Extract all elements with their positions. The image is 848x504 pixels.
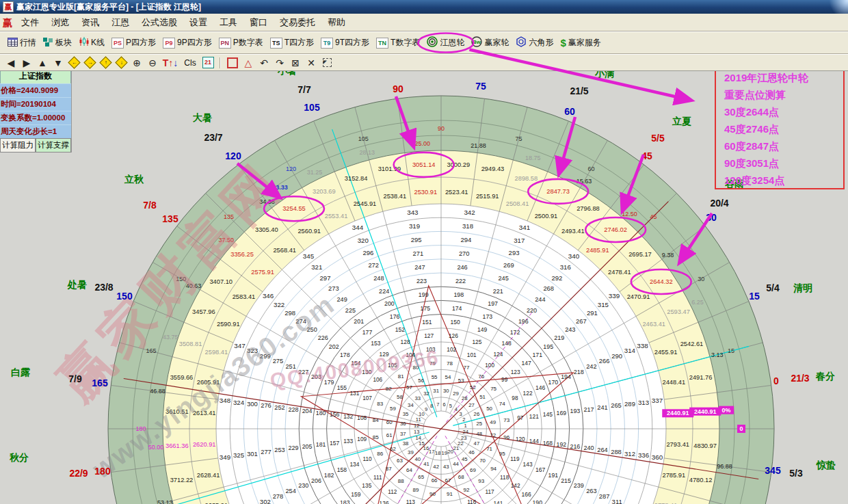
- toolbar-item-hexagon[interactable]: 六角形: [512, 35, 557, 51]
- menu-item-设置[interactable]: 设置: [183, 16, 213, 29]
- toolbar-main: 行情板块K线PSP四方形P99P四方形PNP数字表TST四方形T99T四方形TN…: [0, 31, 848, 54]
- spiral-number: 289: [624, 400, 635, 408]
- spiral-number: 23: [461, 435, 466, 441]
- 9p-square-badge-icon: P9: [163, 38, 175, 49]
- tool-step-right[interactable]: →: [83, 57, 96, 69]
- toolbar-item-quotes[interactable]: 行情: [4, 36, 40, 50]
- tool-select-tool[interactable]: ◤: [320, 57, 334, 69]
- price-ring-value: 3051.14: [412, 161, 436, 168]
- degree-ring-value: 150: [176, 276, 186, 282]
- calc-resistance-button[interactable]: 计算阻力: [0, 138, 36, 152]
- tool-triangle-tool[interactable]: △: [241, 57, 255, 69]
- toolbar-item-winner-service[interactable]: $赢家服务: [557, 36, 604, 50]
- toolbar-item-gann-wheel[interactable]: 江恩轮: [423, 35, 468, 51]
- spiral-number: 299: [260, 352, 271, 360]
- spiral-number: 70: [479, 457, 486, 464]
- tool-nav-right[interactable]: ▶: [20, 57, 34, 69]
- tool-step-down[interactable]: ↓: [114, 57, 128, 69]
- spiral-number: 314: [624, 347, 636, 354]
- tool-nav-left[interactable]: ◀: [4, 57, 18, 69]
- menu-item-文件[interactable]: 文件: [15, 16, 45, 29]
- spiral-number: 2: [462, 416, 465, 423]
- spiral-number: 265: [611, 402, 622, 409]
- spiral-number: 201: [354, 318, 364, 325]
- menu-item-公式选股[interactable]: 公式选股: [135, 16, 183, 29]
- price-ring-value: 2530.91: [414, 189, 438, 196]
- tool-cls-tool[interactable]: Cls: [181, 57, 199, 69]
- spiral-number: 360: [652, 453, 663, 461]
- spiral-number: 136: [380, 500, 389, 504]
- percent-ring-value: 96.88: [717, 463, 732, 470]
- tool-square-tool[interactable]: [226, 57, 239, 69]
- spiral-number: 190: [532, 499, 542, 504]
- box-x-tool-icon: ⊠: [291, 57, 300, 68]
- menu-item-资讯[interactable]: 资讯: [75, 16, 105, 29]
- spiral-number: 180: [316, 410, 326, 416]
- toolbar-item-9t-square[interactable]: T99T四方形: [317, 36, 373, 50]
- toolbar-item-label: T四方形: [284, 37, 314, 49]
- menu-bar: 赢 文件浏览资讯江恩公式选股设置工具窗口交易委托帮助: [0, 14, 848, 31]
- menu-item-江恩[interactable]: 江恩: [105, 16, 135, 29]
- spiral-number: 278: [273, 493, 284, 500]
- degree-ring-value: 90: [438, 125, 445, 132]
- spiral-number: 158: [337, 466, 347, 473]
- toolbar-item-t-square[interactable]: TST四方形: [267, 36, 317, 50]
- spiral-number: 217: [583, 406, 594, 413]
- toolbar-item-t-table[interactable]: TNT数字表: [373, 36, 423, 50]
- menu-logo-icon: 赢: [3, 18, 12, 27]
- spiral-number: 345: [303, 252, 315, 260]
- spiral-number: 113: [406, 499, 416, 504]
- spiral-number: 50: [486, 406, 492, 412]
- spiral-number: 205: [302, 443, 313, 450]
- price-ring-value: 2455.91: [654, 349, 678, 356]
- calc-support-button[interactable]: 计算支撑: [36, 138, 71, 152]
- spiral-number: 319: [409, 222, 420, 230]
- percent-ring-value: 28.13: [360, 149, 375, 156]
- spiral-number: 220: [527, 307, 537, 314]
- toolbar-item-9p-square[interactable]: P99P四方形: [159, 36, 215, 50]
- menu-item-工具[interactable]: 工具: [213, 16, 243, 29]
- tool-box-x-tool[interactable]: ⊠: [289, 57, 302, 69]
- tool-step-up[interactable]: ↑: [98, 57, 112, 69]
- tool-step-left[interactable]: ←: [67, 57, 81, 69]
- spiral-number: 30: [443, 388, 449, 394]
- spiral-number: 325: [233, 451, 244, 459]
- spiral-number: 341: [519, 224, 530, 231]
- menu-item-交易委托[interactable]: 交易委托: [274, 16, 321, 29]
- spiral-number: 292: [552, 274, 563, 282]
- spiral-number: 228: [289, 406, 299, 413]
- tool-shrink-tool[interactable]: ✕: [304, 57, 318, 69]
- spiral-number: 191: [548, 472, 559, 479]
- spiral-number: 251: [285, 363, 295, 370]
- toolbar-item-p-square[interactable]: PSP四方形: [108, 36, 159, 50]
- tool-nav-up[interactable]: ▲: [36, 57, 49, 69]
- toolbar-item-kline[interactable]: K线: [75, 36, 108, 50]
- spiral-number: 90: [429, 491, 436, 497]
- spiral-number: 39: [408, 449, 414, 455]
- spiral-number: 111: [373, 475, 382, 481]
- tool-nav-down[interactable]: ▼: [51, 57, 65, 69]
- menu-item-帮助[interactable]: 帮助: [321, 16, 352, 29]
- menu-items: 文件浏览资讯江恩公式选股设置工具窗口交易委托帮助: [15, 16, 352, 29]
- spiral-number: 135: [362, 482, 371, 489]
- toolbar-item-p-table[interactable]: PNP数字表: [215, 36, 267, 50]
- price-ring-value: 2575.91: [251, 269, 274, 276]
- spiral-number: 215: [561, 477, 571, 484]
- spiral-number: 199: [419, 291, 429, 298]
- menu-item-窗口[interactable]: 窗口: [243, 16, 274, 29]
- spiral-number: 264: [597, 447, 607, 453]
- spiral-number: 277: [261, 449, 271, 455]
- toolbar-item-sectors[interactable]: 板块: [40, 36, 75, 50]
- spiral-number: 176: [390, 313, 400, 320]
- price-ring-value: 2598.41: [205, 349, 228, 356]
- tool-calendar-tool[interactable]: 21: [201, 57, 215, 69]
- tool-updown-tool[interactable]: T↑↓: [161, 57, 179, 69]
- spiral-number: 197: [488, 300, 498, 307]
- toolbar-item-winner-wheel[interactable]: Bw赢家轮: [468, 35, 512, 51]
- tool-zoom-in[interactable]: ⊕: [130, 57, 144, 69]
- menu-item-浏览[interactable]: 浏览: [45, 16, 75, 29]
- tool-rotate-cw[interactable]: ↷: [273, 57, 287, 69]
- tool-zoom-out[interactable]: ⊖: [146, 57, 159, 69]
- price-ring-value: 2796.88: [577, 205, 600, 212]
- tool-rotate-ccw[interactable]: ↶: [257, 57, 271, 69]
